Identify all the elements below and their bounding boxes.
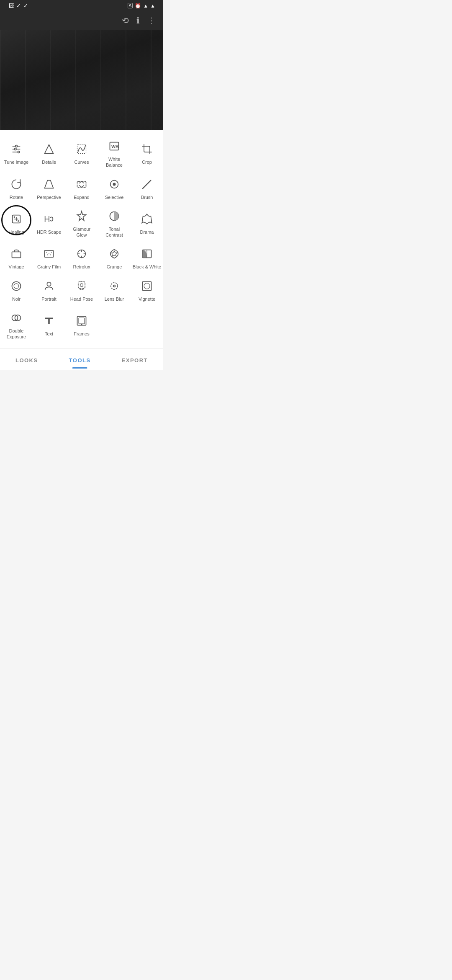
photo-icon: 🖼	[8, 3, 14, 9]
auto-icon: A	[128, 3, 133, 8]
tool-item-tonal-contrast[interactable]: Tonal Contrast	[98, 204, 131, 242]
healing-label: Healing	[8, 229, 24, 235]
retrolux-icon	[76, 248, 87, 261]
head-pose-label: Head Pose	[70, 296, 93, 302]
tool-item-brush[interactable]: Brush	[131, 173, 163, 204]
tool-item-crop[interactable]: Crop	[131, 134, 163, 173]
svg-rect-24	[12, 252, 21, 258]
tool-item-frames[interactable]: Frames	[65, 306, 98, 344]
glamour-glow-label: Glamour Glow	[67, 226, 96, 238]
tool-item-text[interactable]: Text	[33, 306, 65, 344]
check2-icon: ✓	[23, 3, 28, 9]
tool-item-white-balance[interactable]: WBWhite Balance	[98, 134, 131, 173]
drama-icon	[141, 213, 153, 227]
top-bar: ⟲ ℹ ⋮	[0, 11, 163, 30]
selective-label: Selective	[105, 194, 124, 200]
tools-grid: Tune ImageDetailsCurvesWBWhite BalanceCr…	[0, 134, 163, 344]
perspective-label: Perspective	[37, 194, 61, 200]
top-bar-icons: ⟲ ℹ ⋮	[122, 15, 156, 26]
nav-item-tools[interactable]: TOOLS	[61, 355, 99, 366]
svg-point-30	[50, 255, 51, 255]
portrait-label: Portrait	[41, 296, 56, 302]
tool-item-lens-blur[interactable]: Lens Blur	[98, 274, 131, 306]
svg-point-34	[12, 281, 21, 290]
white-balance-icon: WB	[108, 140, 120, 154]
tool-item-grunge[interactable]: Grunge	[98, 242, 131, 274]
rotate-label: Rotate	[10, 194, 23, 200]
double-exposure-icon	[10, 312, 22, 325]
tonal-contrast-icon	[108, 210, 120, 224]
tool-item-double-exposure[interactable]: Double Exposure	[0, 306, 33, 344]
noir-label: Noir	[12, 296, 21, 302]
tool-item-selective[interactable]: Selective	[98, 173, 131, 204]
info-icon[interactable]: ℹ	[136, 15, 140, 26]
tune-image-icon	[10, 143, 22, 157]
svg-point-36	[47, 282, 51, 286]
tool-item-black-white[interactable]: Black & White	[131, 242, 163, 274]
selective-icon	[108, 178, 120, 192]
healing-icon	[10, 213, 22, 227]
svg-marker-13	[45, 180, 54, 188]
tonal-contrast-label: Tonal Contrast	[100, 226, 129, 238]
svg-point-27	[49, 253, 49, 254]
tool-item-portrait[interactable]: Portrait	[33, 274, 65, 306]
svg-rect-46	[79, 318, 85, 324]
layers-icon[interactable]: ⟲	[122, 15, 129, 26]
frames-label: Frames	[74, 331, 89, 337]
nav-item-export[interactable]: EXPORT	[113, 355, 156, 366]
bottom-nav: LOOKSTOOLSEXPORT	[0, 348, 163, 370]
expand-icon	[76, 178, 87, 192]
signal-icon: ▲	[150, 3, 155, 9]
svg-rect-37	[78, 281, 85, 288]
svg-rect-42	[144, 283, 150, 289]
tool-item-vintage[interactable]: Vintage	[0, 242, 33, 274]
image-preview	[0, 30, 163, 130]
tune-image-label: Tune Image	[4, 159, 28, 165]
svg-point-28	[51, 252, 52, 253]
nav-item-looks[interactable]: LOOKS	[7, 355, 46, 366]
more-icon[interactable]: ⋮	[147, 15, 156, 26]
expand-label: Expand	[74, 194, 89, 200]
perspective-icon	[43, 178, 55, 192]
tool-item-rotate[interactable]: Rotate	[0, 173, 33, 204]
black-white-icon	[141, 248, 153, 261]
hdr-scape-label: HDR Scape	[37, 229, 61, 235]
tool-item-glamour-glow[interactable]: Glamour Glow	[65, 204, 98, 242]
tool-item-perspective[interactable]: Perspective	[33, 173, 65, 204]
tool-item-expand[interactable]: Expand	[65, 173, 98, 204]
wifi-icon: ▲	[143, 3, 148, 9]
tool-item-details[interactable]: Details	[33, 134, 65, 173]
svg-point-29	[47, 255, 48, 255]
svg-point-47	[81, 324, 82, 326]
vintage-icon	[10, 248, 22, 261]
tool-item-vignette[interactable]: Vignette	[131, 274, 163, 306]
tool-item-noir[interactable]: Noir	[0, 274, 33, 306]
tool-item-curves[interactable]: Curves	[65, 134, 98, 173]
vignette-icon	[141, 280, 153, 294]
hdr-scape-icon	[43, 213, 55, 227]
tool-item-hdr-scape[interactable]: HDR Scape	[33, 204, 65, 242]
status-bar: 🖼 ✓ ✓ A ⏰ ▲ ▲	[0, 0, 163, 11]
glamour-glow-icon	[76, 210, 87, 224]
svg-point-35	[14, 284, 19, 289]
tool-item-grainy-film[interactable]: Grainy Film	[33, 242, 65, 274]
rotate-icon	[10, 178, 22, 192]
grunge-label: Grunge	[107, 264, 122, 270]
status-left: 🖼 ✓ ✓	[6, 3, 28, 9]
svg-point-26	[46, 252, 47, 253]
tool-item-drama[interactable]: Drama	[131, 204, 163, 242]
noir-icon	[10, 280, 22, 294]
text-label: Text	[45, 331, 53, 337]
grainy-film-label: Grainy Film	[37, 264, 61, 270]
details-label: Details	[42, 159, 56, 165]
grunge-icon	[108, 248, 120, 261]
tool-item-tune-image[interactable]: Tune Image	[0, 134, 33, 173]
curves-label: Curves	[74, 159, 89, 165]
retrolux-label: Retrolux	[73, 264, 90, 270]
tool-item-head-pose[interactable]: Head Pose	[65, 274, 98, 306]
svg-point-8	[18, 151, 20, 153]
svg-marker-22	[77, 211, 86, 220]
tool-item-retrolux[interactable]: Retrolux	[65, 242, 98, 274]
black-white-label: Black & White	[133, 264, 161, 270]
tool-item-healing[interactable]: Healing	[0, 204, 33, 242]
